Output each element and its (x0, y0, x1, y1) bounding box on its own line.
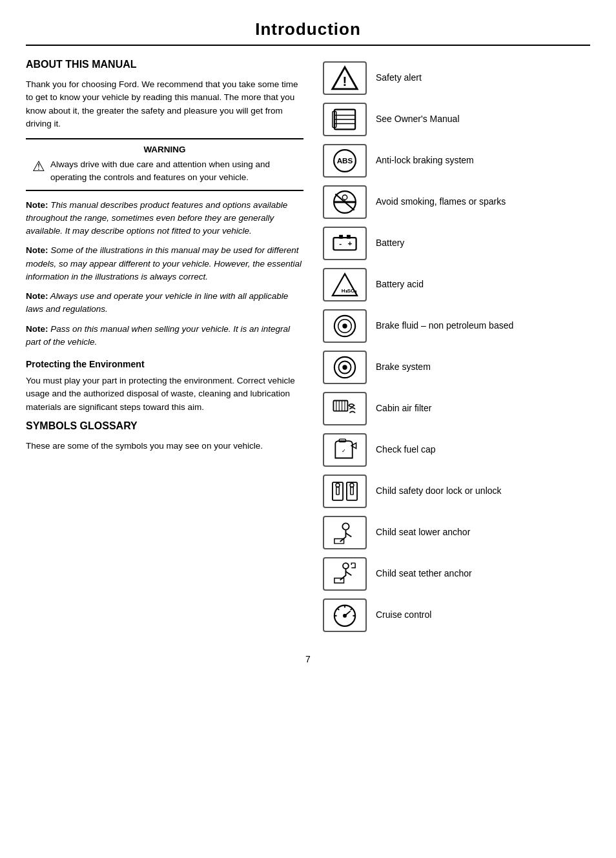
note3-text: Always use and operate your vehicle in l… (26, 291, 288, 314)
svg-point-11 (342, 195, 347, 199)
symbol-row-brake-system: !Brake system (323, 348, 590, 387)
warning-box: WARNING ⚠ Always drive with due care and… (26, 138, 303, 191)
battery-acid-label: Battery acid (376, 278, 424, 291)
svg-text:ABS: ABS (337, 156, 353, 165)
owners-manual-icon (323, 103, 367, 136)
svg-point-41 (342, 523, 349, 529)
note3: Note: Always use and operate your vehicl… (26, 290, 303, 316)
cruise-control-label: Cruise control (376, 609, 431, 622)
note1-text: This manual describes product features a… (26, 200, 287, 236)
no-smoking-label: Avoid smoking, flames or sparks (376, 196, 506, 209)
protecting-heading: Protecting the Environment (26, 359, 303, 369)
svg-rect-40 (351, 487, 353, 495)
svg-rect-14 (333, 238, 356, 250)
child-seat-tether-label: Child seat tether anchor (376, 567, 472, 580)
battery-acid-icon: H₂SO₄ (323, 268, 367, 301)
symbol-row-battery-acid: H₂SO₄Battery acid (323, 265, 590, 304)
symbols-heading: SYMBOLS GLOSSARY (26, 420, 303, 432)
child-safety-door-icon (323, 475, 367, 508)
note2-text: Some of the illustrations in this manual… (26, 245, 302, 281)
check-fuel-cap-label: Check fuel cap (376, 444, 436, 456)
warning-content: ⚠ Always drive with due care and attenti… (32, 158, 297, 185)
svg-rect-35 (333, 482, 343, 500)
svg-rect-38 (347, 482, 357, 500)
about-intro: Thank you for choosing Ford. We recommen… (26, 78, 303, 130)
svg-line-47 (351, 608, 353, 610)
svg-point-42 (343, 563, 349, 569)
cabin-air-filter-icon (323, 392, 367, 425)
note1: Note: This manual describes product feat… (26, 199, 303, 238)
symbol-row-battery: -+Battery (323, 224, 590, 263)
warning-triangle-icon: ⚠ (32, 159, 45, 174)
symbols-intro: These are some of the symbols you may se… (26, 440, 303, 453)
symbol-row-child-seat-lower: Child seat lower anchor (323, 513, 590, 552)
svg-rect-28 (333, 401, 347, 411)
no-smoking-icon (323, 185, 367, 219)
main-layout: ABOUT THIS MANUAL Thank you for choosing… (26, 59, 590, 635)
symbol-row-cabin-air-filter: Cabin air filter (323, 389, 590, 428)
title-divider (26, 45, 590, 46)
svg-point-23 (342, 323, 347, 328)
note3-label: Note: (26, 291, 48, 301)
note4: Note: Pass on this manual when selling y… (26, 323, 303, 349)
brake-fluid-icon (323, 309, 367, 343)
symbol-row-cruise-control: Cruise control (323, 596, 590, 635)
note2-label: Note: (26, 245, 48, 255)
child-seat-lower-label: Child seat lower anchor (376, 526, 470, 539)
symbols-column: !Safety alertSee Owner's ManualABSAnti-l… (323, 59, 590, 635)
svg-point-36 (336, 484, 340, 487)
symbol-list: !Safety alertSee Owner's ManualABSAnti-l… (323, 59, 590, 635)
abs-icon: ABS (323, 144, 367, 178)
note2: Note: Some of the illustrations in this … (26, 244, 303, 283)
svg-line-50 (345, 611, 351, 615)
svg-text:!: ! (343, 74, 347, 88)
symbol-row-no-smoking: Avoid smoking, flames or sparks (323, 183, 590, 221)
svg-text:!: ! (344, 365, 345, 371)
warning-text: Always drive with due care and attention… (50, 158, 297, 185)
symbol-row-brake-fluid: Brake fluid – non petroleum based (323, 307, 590, 345)
child-seat-lower-icon (323, 516, 367, 549)
page-number: 7 (26, 654, 590, 664)
note1-label: Note: (26, 200, 48, 210)
symbol-row-child-seat-tether: Child seat tether anchor (323, 555, 590, 593)
battery-icon: -+ (323, 227, 367, 260)
warning-title: WARNING (32, 145, 297, 154)
symbol-row-check-fuel-cap: ✓Check fuel cap (323, 431, 590, 469)
owners-manual-label: See Owner's Manual (376, 113, 460, 126)
note4-label: Note: (26, 324, 48, 334)
page-title: Introduction (26, 19, 590, 39)
battery-label: Battery (376, 237, 404, 250)
svg-point-39 (350, 484, 354, 487)
svg-rect-15 (339, 235, 343, 239)
abs-label: Anti-lock braking system (376, 154, 474, 167)
safety-alert-label: Safety alert (376, 72, 422, 85)
svg-rect-16 (347, 235, 351, 239)
symbol-row-child-safety-door: Child safety door lock or unlock (323, 472, 590, 511)
symbol-row-safety-alert: !Safety alert (323, 59, 590, 97)
brake-system-icon: ! (323, 351, 367, 384)
svg-text:+: + (347, 239, 352, 247)
svg-text:-: - (339, 239, 342, 247)
brake-fluid-label: Brake fluid – non petroleum based (376, 320, 513, 332)
symbol-row-owners-manual: See Owner's Manual (323, 100, 590, 139)
svg-rect-37 (336, 487, 339, 495)
check-fuel-cap-icon: ✓ (323, 433, 367, 467)
child-seat-tether-icon (323, 557, 367, 591)
child-safety-door-label: Child safety door lock or unlock (376, 485, 502, 498)
cruise-control-icon (323, 598, 367, 632)
about-heading: ABOUT THIS MANUAL (26, 59, 303, 70)
svg-text:H₂SO₄: H₂SO₄ (342, 288, 357, 294)
symbol-row-abs: ABSAnti-lock braking system (323, 141, 590, 180)
safety-alert-icon: ! (323, 61, 367, 95)
svg-line-48 (337, 608, 339, 610)
svg-text:✓: ✓ (342, 448, 346, 454)
note4-text: Pass on this manual when selling your ve… (26, 324, 290, 347)
left-column: ABOUT THIS MANUAL Thank you for choosing… (26, 59, 303, 635)
protecting-text: You must play your part in protecting th… (26, 374, 303, 414)
cabin-air-filter-label: Cabin air filter (376, 402, 431, 415)
brake-system-label: Brake system (376, 361, 431, 374)
